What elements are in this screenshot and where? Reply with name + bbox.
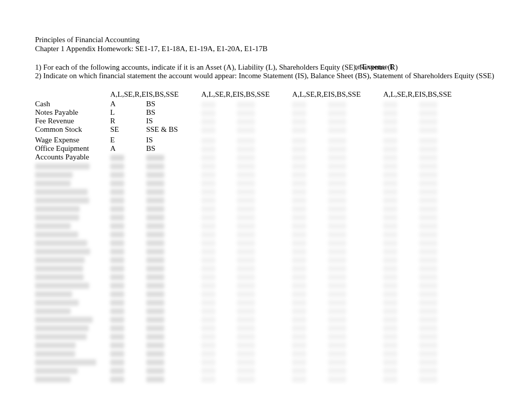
type-4	[383, 136, 419, 144]
stmt-1: SSE & BS	[146, 125, 191, 134]
instruction-1-overlap: or Expense E	[354, 63, 394, 71]
table-row: Fee RevenueRIS	[35, 117, 454, 125]
stmt-2	[237, 136, 282, 144]
stmt-2	[237, 144, 282, 153]
stmt-2	[237, 153, 282, 161]
table-row: CashABS	[35, 100, 454, 108]
table-row-blurred	[35, 264, 454, 272]
doc-subtitle: Chapter 1 Appendix Homework: SE1-17, E1-…	[35, 44, 532, 53]
type-4	[383, 100, 419, 108]
type-2	[201, 100, 237, 108]
col-header-stmt-4: IS,BS,SSE	[419, 90, 454, 100]
stmt-2	[237, 108, 282, 117]
table-row-blurred	[35, 366, 454, 374]
table-row-blurred	[35, 374, 454, 383]
stmt-3	[328, 100, 373, 108]
table-row-blurred	[35, 349, 454, 357]
table-row-blurred	[35, 272, 454, 281]
col-header-stmt-1: IS,BS,SSE	[146, 90, 191, 100]
table-row-blurred	[35, 323, 454, 332]
stmt-3	[328, 125, 373, 134]
stmt-4	[419, 144, 454, 153]
table-row-blurred	[35, 255, 454, 264]
table-header-row: A,L,SE,R,E IS,BS,SSE A,L,SE,R,E IS,BS,SS…	[35, 90, 454, 100]
stmt-1: BS	[146, 100, 191, 108]
table-row-blurred	[35, 357, 454, 366]
type-3	[292, 108, 328, 117]
type-2	[201, 136, 237, 144]
type-1: L	[110, 108, 146, 117]
type-2	[201, 144, 237, 153]
table-row-blurred	[35, 204, 454, 213]
instruction-1: 1) For each of the following accounts, i…	[35, 63, 532, 72]
type-2	[201, 153, 237, 161]
stmt-4	[419, 125, 454, 134]
type-3	[292, 136, 328, 144]
accounts-table: A,L,SE,R,E IS,BS,SSE A,L,SE,R,E IS,BS,SS…	[35, 90, 454, 383]
stmt-3	[328, 136, 373, 144]
document-page: Principles of Financial Accounting Chapt…	[0, 0, 532, 383]
type-1: R	[110, 117, 146, 125]
stmt-2	[237, 100, 282, 108]
table-row-blurred	[35, 221, 454, 230]
table-row-blurred	[35, 195, 454, 204]
table-row: Accounts Payable	[35, 153, 454, 161]
accounts-table-wrap: A,L,SE,R,E IS,BS,SSE A,L,SE,R,E IS,BS,SS…	[35, 90, 532, 383]
account-name: Office Equipment	[35, 144, 110, 153]
table-row: Office EquipmentABS	[35, 144, 454, 153]
stmt-4	[419, 136, 454, 144]
type-2	[201, 125, 237, 134]
stmt-4	[419, 117, 454, 125]
table-row-blurred	[35, 315, 454, 323]
table-row-blurred	[35, 281, 454, 289]
table-row-blurred	[35, 340, 454, 349]
col-header-type-3: A,L,SE,R,E	[292, 90, 328, 100]
table-row-blurred	[35, 187, 454, 195]
account-name: Cash	[35, 100, 110, 108]
stmt-4	[419, 108, 454, 117]
type-1	[110, 153, 146, 161]
stmt-4	[419, 100, 454, 108]
stmt-1: IS	[146, 117, 191, 125]
col-header-stmt-2: IS,BS,SSE	[237, 90, 282, 100]
type-2	[201, 117, 237, 125]
account-name: Notes Payable	[35, 108, 110, 117]
col-header-stmt-3: IS,BS,SSE	[328, 90, 373, 100]
account-name: Fee Revenue	[35, 117, 110, 125]
instruction-2: 2) Indicate on which financial statement…	[35, 72, 532, 80]
table-row-blurred	[35, 247, 454, 255]
stmt-1: BS	[146, 108, 191, 117]
table-row: Notes PayableLBS	[35, 108, 454, 117]
account-name: Common Stock	[35, 125, 110, 134]
type-3	[292, 153, 328, 161]
type-2	[201, 108, 237, 117]
type-1: A	[110, 100, 146, 108]
table-row-blurred	[35, 306, 454, 315]
table-row-blurred	[35, 238, 454, 247]
type-1: SE	[110, 125, 146, 134]
type-4	[383, 125, 419, 134]
type-3	[292, 117, 328, 125]
table-row: Wage ExpenseEIS	[35, 136, 454, 144]
stmt-4	[419, 153, 454, 161]
type-1: E	[110, 136, 146, 144]
type-4	[383, 153, 419, 161]
table-row-blurred	[35, 230, 454, 238]
table-row-blurred	[35, 289, 454, 298]
table-row-blurred	[35, 170, 454, 178]
type-1: A	[110, 144, 146, 153]
stmt-1: IS	[146, 136, 191, 144]
col-header-type-4: A,L,SE,R,E	[383, 90, 419, 100]
table-row-blurred	[35, 178, 454, 187]
type-3	[292, 100, 328, 108]
type-4	[383, 144, 419, 153]
account-name: Accounts Payable	[35, 153, 110, 161]
stmt-1: BS	[146, 144, 191, 153]
type-3	[292, 125, 328, 134]
stmt-2	[237, 125, 282, 134]
stmt-3	[328, 108, 373, 117]
table-row-blurred	[35, 213, 454, 221]
stmt-3	[328, 153, 373, 161]
stmt-2	[237, 117, 282, 125]
account-name: Wage Expense	[35, 136, 110, 144]
